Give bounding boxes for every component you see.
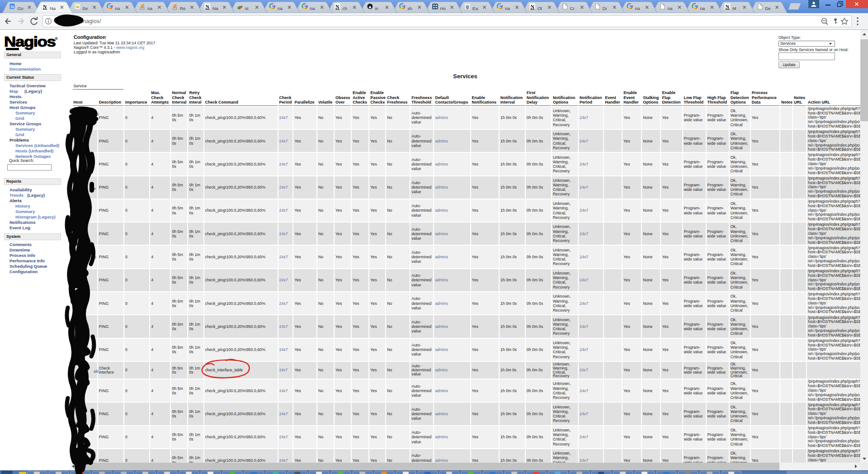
svg-text:na: na: [700, 6, 705, 11]
svg-text:na: na: [668, 6, 673, 11]
svg-text:st: st: [245, 6, 249, 11]
svg-text:De: De: [765, 6, 771, 11]
svg-text:na: na: [147, 6, 152, 11]
svg-text:Ho: Ho: [440, 6, 446, 11]
svg-text:na: na: [278, 6, 283, 11]
svg-text:N: N: [43, 4, 47, 9]
svg-text:ch: ch: [343, 6, 347, 11]
svg-text:na: na: [635, 6, 640, 11]
svg-text:Cr: Cr: [570, 6, 575, 11]
svg-text:Re: Re: [180, 6, 186, 11]
svg-text:na: na: [505, 6, 510, 11]
svg-text:N: N: [205, 4, 209, 9]
svg-text:in: in: [375, 6, 378, 11]
svg-text:g: g: [466, 4, 469, 9]
svg-text:N: N: [335, 4, 340, 9]
svg-text:Go: Go: [18, 6, 24, 11]
svg-text:na: na: [115, 6, 120, 11]
svg-text:Ea: Ea: [472, 6, 478, 11]
svg-text:Se: Se: [82, 6, 88, 11]
svg-text:Na: Na: [50, 6, 56, 11]
svg-text:G: G: [11, 5, 14, 9]
svg-text:na: na: [310, 6, 315, 11]
svg-text:Di: Di: [603, 6, 607, 11]
svg-text:N: N: [726, 4, 730, 9]
svg-text:N: N: [530, 4, 534, 9]
svg-text:M: M: [732, 6, 736, 11]
svg-text:sh: sh: [407, 6, 412, 11]
svg-text:Na: Na: [212, 6, 218, 11]
svg-text:Ol: Ol: [538, 6, 542, 11]
